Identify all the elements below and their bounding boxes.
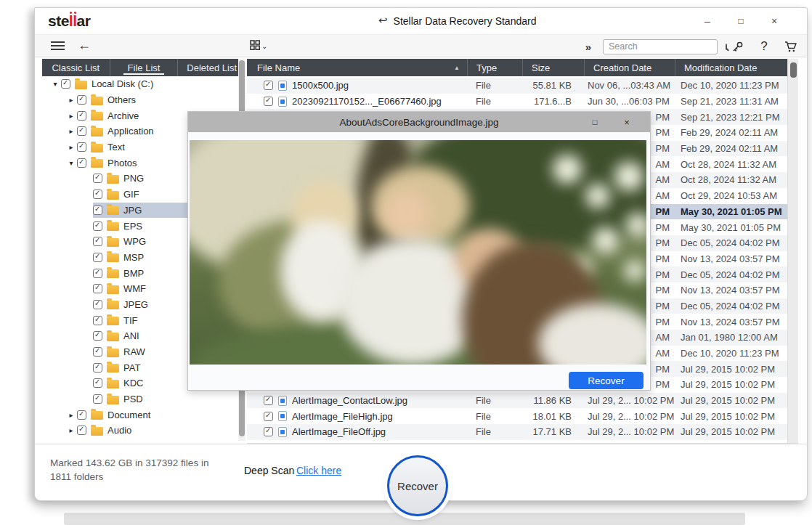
tree-expand-right-icon[interactable]: ▸ (65, 96, 77, 104)
preview-maximize-button[interactable]: □ (579, 118, 611, 126)
tree-item-content: Document (77, 407, 225, 423)
list-tabs: Classic ListFile ListDeleted List (42, 59, 245, 76)
file-name-cell: AlertImage_FileOff.jpg (247, 426, 467, 437)
checkbox[interactable] (93, 269, 102, 278)
checkbox[interactable] (77, 426, 86, 435)
checkbox[interactable] (264, 81, 273, 90)
checkbox[interactable] (93, 284, 102, 293)
file-type-cell: File (467, 426, 522, 437)
minimize-button[interactable]: – (691, 15, 724, 27)
tab-classic-list[interactable]: Classic List (42, 59, 110, 76)
tree-expand-right-icon[interactable]: ▸ (65, 127, 77, 135)
checkbox[interactable] (77, 158, 86, 168)
table-row[interactable]: 1500x500.jpgFile55.81 KBNov 06, ...03:43… (247, 78, 787, 94)
checkbox[interactable] (93, 253, 102, 262)
checkbox[interactable] (264, 427, 273, 436)
view-switcher-icon[interactable]: ⌄ (250, 40, 267, 50)
table-row[interactable]: AlertImage_FileHigh.jpgFile18.01 KBJul 2… (247, 408, 787, 424)
menu-icon[interactable] (51, 41, 65, 51)
tree-expand-right-icon[interactable]: ▸ (65, 411, 77, 419)
cart-icon[interactable] (784, 41, 798, 53)
checkbox[interactable] (93, 221, 102, 231)
folder-icon (91, 427, 103, 436)
table-row[interactable]: AlertImage_ContactLow.jpgFile11.86 KBJul… (247, 393, 787, 409)
folder-icon (91, 128, 103, 137)
column-header-type[interactable]: Type (467, 59, 522, 76)
tree-expand-down-icon[interactable]: ▾ (65, 159, 77, 167)
folder-icon (75, 81, 87, 89)
tree-item-label: JPEG (123, 299, 148, 310)
checkbox[interactable] (93, 300, 102, 309)
tree-item-label: Audio (107, 425, 131, 436)
checkbox[interactable] (77, 111, 86, 121)
file-list-scrollbar-thumb[interactable] (790, 62, 797, 78)
modification-date-cell: Sep 21, 2023 12:21 PM (675, 112, 787, 123)
tree-item-label: WPG (123, 236, 146, 247)
maximize-button[interactable]: □ (724, 16, 758, 26)
checkbox[interactable] (93, 316, 102, 325)
tree-expand-right-icon[interactable]: ▸ (65, 112, 77, 120)
deep-scan-link[interactable]: Click here (296, 465, 341, 476)
help-icon[interactable]: ? (757, 39, 771, 54)
preview-recover-button[interactable]: Recover (569, 372, 643, 389)
tree-expand-right-icon[interactable]: ▸ (65, 143, 77, 151)
activation-key-icon[interactable] (730, 41, 744, 53)
file-list-scrollbar[interactable] (787, 59, 798, 443)
checkbox[interactable] (93, 378, 102, 388)
tree-item-document[interactable]: ▸Document (42, 407, 245, 423)
tree-item-local-disk-c[interactable]: ▾Local Disk (C:) (42, 76, 245, 92)
folder-icon (107, 206, 119, 215)
column-header-file-name[interactable]: File Name▲ (247, 59, 467, 76)
tree-expand-down-icon[interactable]: ▾ (49, 80, 61, 88)
checkbox[interactable] (61, 79, 70, 89)
tree-item-content: Others (77, 92, 225, 108)
checkbox[interactable] (77, 126, 86, 136)
close-button[interactable]: × (758, 15, 791, 27)
checkbox[interactable] (93, 237, 102, 246)
modification-date-cell: Dec 05, 2024 04:02 PM (675, 301, 787, 312)
table-row[interactable]: AlertImage_FileOff.jpgFile17.71 KBJul 29… (247, 424, 787, 440)
search-box[interactable] (603, 39, 718, 54)
checkbox[interactable] (93, 190, 102, 199)
tree-item-audio[interactable]: ▸Audio (42, 423, 245, 439)
tree-expand-right-icon[interactable]: ▸ (65, 426, 77, 434)
checkbox[interactable] (77, 95, 86, 105)
tree-item-label: ANI (123, 330, 139, 341)
checkbox[interactable] (77, 410, 86, 420)
checkbox[interactable] (264, 396, 273, 405)
back-arrow-icon[interactable]: ← (78, 38, 91, 52)
checkbox[interactable] (93, 363, 102, 373)
column-header-creation-date[interactable]: Creation Date (584, 59, 675, 76)
checkbox[interactable] (77, 142, 86, 152)
file-name-text: AlertImage_FileOff.jpg (292, 426, 386, 437)
modification-date-cell: Nov 13, 2024 03:57 PM (675, 285, 787, 296)
file-name-text: AlertImage_ContactLow.jpg (292, 395, 407, 406)
checkbox[interactable] (93, 174, 102, 183)
overflow-chevrons-icon[interactable]: » (585, 41, 590, 53)
checkbox[interactable] (93, 347, 102, 357)
file-size-cell: 17.71 KB (522, 426, 584, 437)
image-file-icon (278, 411, 287, 421)
checkbox[interactable] (93, 394, 102, 404)
tab-deleted-list[interactable]: Deleted List (178, 59, 245, 76)
modification-date-cell: Dec 10, 2020 11:23 PM (675, 348, 787, 359)
checkbox[interactable] (93, 331, 102, 341)
tab-file-list[interactable]: File List (110, 59, 179, 76)
preview-close-button[interactable]: × (611, 117, 643, 128)
tree-item-label: PNG (123, 173, 144, 184)
recover-button[interactable]: Recover (387, 455, 448, 516)
checkbox[interactable] (264, 412, 273, 421)
file-type-cell: File (467, 80, 522, 91)
search-input[interactable] (609, 41, 726, 52)
checkbox[interactable] (264, 97, 273, 106)
column-header-modification-date[interactable]: Modification Date (675, 59, 787, 76)
column-header-size[interactable]: Size (522, 59, 584, 76)
logo-text: ste (48, 12, 69, 29)
folder-icon (107, 317, 119, 325)
tree-item-psd[interactable]: PSD (42, 391, 245, 407)
preview-title-bar[interactable]: AboutAdsCoreBackgroundImage.jpg □ × (188, 112, 650, 132)
checkbox[interactable] (93, 205, 102, 215)
table-row[interactable]: 20230921170152..._E06677460.jpgFile171.6… (247, 94, 787, 110)
modification-date-cell: Nov 13, 2024 03:57 PM (675, 253, 787, 264)
tree-item-others[interactable]: ▸Others (42, 92, 245, 108)
